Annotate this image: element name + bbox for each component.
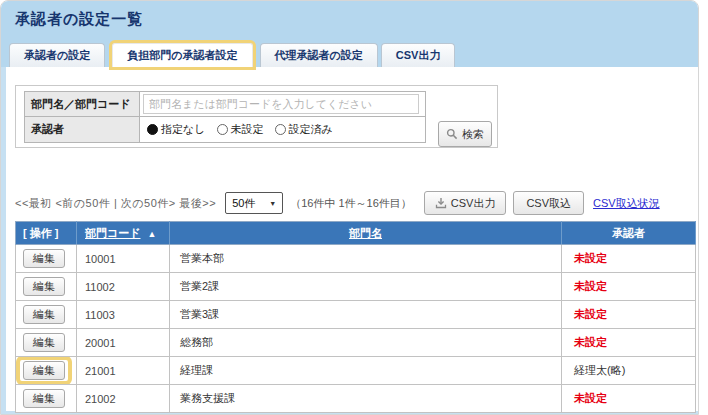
table-header-row: [ 操作 ] 部門コード ▲ 部門名 承認者 <box>16 222 696 245</box>
edit-button-wrap: 編集 <box>23 277 65 296</box>
approver-radio-1[interactable]: 未設定 <box>217 122 264 137</box>
search-form-grid: 部門名／部門コード 承認者 指定なし未設定設定済み <box>24 91 426 143</box>
page-panel: 承認者の設定一覧 承認者の設定負担部門の承認者設定代理承認者の設定CSV出力 部… <box>0 0 699 415</box>
action-cell: 編集 <box>16 385 77 413</box>
approver-cell: 経理太(略) <box>562 357 696 385</box>
action-cell: 編集 <box>16 357 77 385</box>
chevron-down-icon: ▼ <box>269 200 276 207</box>
dept-name-sort-link[interactable]: 部門名 <box>349 227 382 239</box>
action-cell: 編集 <box>16 245 77 273</box>
approver-table: [ 操作 ] 部門コード ▲ 部門名 承認者 編集10001営業本部未設定編集1… <box>15 221 696 413</box>
dept-name-cell: 営業3課 <box>170 301 562 329</box>
header-action: [ 操作 ] <box>16 222 77 245</box>
edit-button-wrap: 編集 <box>23 333 65 352</box>
edit-button[interactable]: 編集 <box>23 361 65 380</box>
dept-code-label: 部門名／部門コード <box>24 91 140 117</box>
page-size-select[interactable]: 50件 ▼ <box>225 192 283 214</box>
dept-name-cell: 経理課 <box>170 357 562 385</box>
page-size-value: 50件 <box>232 196 255 211</box>
tab-dept-approver-settings[interactable]: 負担部門の承認者設定 <box>112 43 252 67</box>
dept-code-cell: 21002 <box>77 385 170 413</box>
tab-csv-export[interactable]: CSV出力 <box>381 43 456 67</box>
approver-cell: 未設定 <box>562 385 696 413</box>
radio-icon[interactable] <box>275 124 286 135</box>
edit-button[interactable]: 編集 <box>23 305 65 324</box>
edit-button-wrap: 編集 <box>23 249 65 268</box>
dept-code-cell: 20001 <box>77 329 170 357</box>
search-button-label: 検索 <box>462 127 484 142</box>
radio-label: 設定済み <box>289 122 333 137</box>
table-row: 編集21001経理課経理太(略) <box>16 357 696 385</box>
dept-code-sort-link[interactable]: 部門コード <box>85 227 141 239</box>
table-row: 編集11002営業2課未設定 <box>16 273 696 301</box>
action-cell: 編集 <box>16 329 77 357</box>
approver-filter-label: 承認者 <box>24 117 140 143</box>
dept-input-cell <box>140 91 426 117</box>
approver-cell: 未設定 <box>562 301 696 329</box>
table-head: [ 操作 ] 部門コード ▲ 部門名 承認者 <box>16 222 696 245</box>
dept-name-cell: 総務部 <box>170 329 562 357</box>
radio-label: 指定なし <box>161 122 206 137</box>
sort-asc-icon: ▲ <box>148 229 157 239</box>
dept-name-cell: 営業2課 <box>170 273 562 301</box>
page-title: 承認者の設定一覧 <box>15 10 143 29</box>
left-border-strip <box>1 67 6 414</box>
table-row: 編集20001総務部未設定 <box>16 329 696 357</box>
header-approver: 承認者 <box>562 222 696 245</box>
edit-button[interactable]: 編集 <box>23 389 65 408</box>
table-row: 編集21002業務支援課未設定 <box>16 385 696 413</box>
tab-approver-settings[interactable]: 承認者の設定 <box>9 43 105 67</box>
dept-code-cell: 11002 <box>77 273 170 301</box>
tab-proxy-approver-settings[interactable]: 代理承認者の設定 <box>260 43 378 67</box>
radio-icon[interactable] <box>147 124 158 135</box>
approver-radio-0[interactable]: 指定なし <box>147 122 206 137</box>
dept-code-cell: 21001 <box>77 357 170 385</box>
tab-bar: 承認者の設定負担部門の承認者設定代理承認者の設定CSV出力 <box>9 43 458 67</box>
csv-import-status-link[interactable]: CSV取込状況 <box>593 196 660 211</box>
search-button[interactable]: 検索 <box>438 121 492 147</box>
approver-cell: 未設定 <box>562 245 696 273</box>
csv-export-label: CSV出力 <box>451 196 496 211</box>
table-row: 編集11003営業3課未設定 <box>16 301 696 329</box>
download-icon <box>435 197 447 209</box>
approver-cell: 未設定 <box>562 329 696 357</box>
csv-export-button[interactable]: CSV出力 <box>424 191 507 215</box>
edit-button[interactable]: 編集 <box>23 277 65 296</box>
dept-name-code-input[interactable] <box>143 94 419 114</box>
edit-button[interactable]: 編集 <box>23 249 65 268</box>
approver-cell: 未設定 <box>562 273 696 301</box>
edit-button-wrap: 編集 <box>23 389 65 408</box>
approver-radio-2[interactable]: 設定済み <box>275 122 333 137</box>
radio-icon[interactable] <box>217 124 228 135</box>
search-icon <box>446 128 458 140</box>
table-body: 編集10001営業本部未設定編集11002営業2課未設定編集11003営業3課未… <box>16 245 696 413</box>
csv-import-button[interactable]: CSV取込 <box>513 191 584 215</box>
dept-code-cell: 11003 <box>77 301 170 329</box>
approver-radio-group: 指定なし未設定設定済み <box>143 122 333 137</box>
action-cell: 編集 <box>16 273 77 301</box>
search-form-box: 部門名／部門コード 承認者 指定なし未設定設定済み <box>15 85 498 148</box>
csv-import-label: CSV取込 <box>526 196 571 211</box>
pagination-bar: <<最初 <前の50件 | 次の50件> 最後>> 50件 ▼ （16件中 1件… <box>15 191 660 215</box>
table-row: 編集10001営業本部未設定 <box>16 245 696 273</box>
dept-code-cell: 10001 <box>77 245 170 273</box>
result-range: （16件中 1件～16件目） <box>290 196 412 211</box>
header-dept-name: 部門名 <box>170 222 562 245</box>
approver-radio-cell: 指定なし未設定設定済み <box>140 117 426 143</box>
edit-button-wrap: 編集 <box>23 305 65 324</box>
pagination-nav[interactable]: <<最初 <前の50件 | 次の50件> 最後>> <box>15 196 216 211</box>
dept-name-cell: 営業本部 <box>170 245 562 273</box>
header-dept-code: 部門コード ▲ <box>77 222 170 245</box>
edit-button[interactable]: 編集 <box>23 333 65 352</box>
radio-label: 未設定 <box>231 122 264 137</box>
dept-name-cell: 業務支援課 <box>170 385 562 413</box>
action-cell: 編集 <box>16 301 77 329</box>
edit-button-wrap: 編集 <box>23 361 65 380</box>
